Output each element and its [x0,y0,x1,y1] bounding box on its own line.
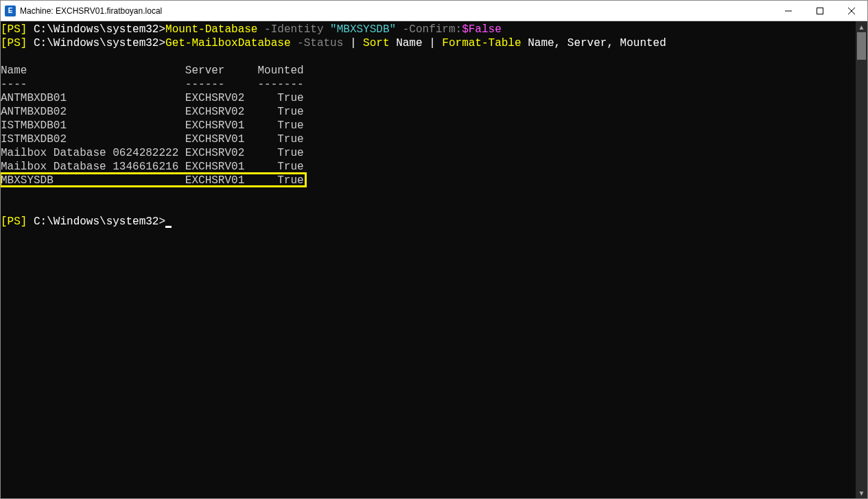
prompt-path: C:\Windows\system32> [34,37,165,49]
table-row: ISTMBXDB02 EXCHSRV01 True [1,132,856,146]
app-window: E Machine: EXCHSRV01.firatboyan.local [P… [0,0,868,499]
table-row: MBXSYSDB EXCHSRV01 True [1,174,856,187]
cmd-variable: $False [462,23,502,36]
terminal-line: [PS] C:\Windows\system32> [1,215,856,229]
cmd-param: -Status [297,37,343,49]
table-cell-text: Mailbox Database 1346616216 EXCHSRV01 Tr… [1,161,304,173]
cmd-arg: Name, Server, Mounted [528,37,666,49]
prompt-path: C:\Windows\system32> [34,216,165,228]
pipe: | [423,37,443,49]
table-row: ANTMBXDB02 EXCHSRV02 True [1,105,856,119]
window-title: Machine: EXCHSRV01.firatboyan.local [20,6,773,16]
scrollbar[interactable]: ▲ ▼ [856,21,867,498]
terminal-line [1,50,856,64]
table-cell-text: Mailbox Database 0624282222 EXCHSRV02 Tr… [1,147,304,159]
terminal-area: [PS] C:\Windows\system32>Mount-Database … [1,21,867,498]
cmd-name: Format-Table [442,37,528,49]
maximize-button[interactable] [804,1,836,21]
cmd-arg: Name [396,37,422,49]
table-cell-text: ANTMBXDB02 EXCHSRV02 True [1,106,304,118]
pipe: | [343,37,363,49]
scroll-down-arrow-icon[interactable]: ▼ [856,487,867,498]
table-cell-text: ANTMBXDB01 EXCHSRV02 True [1,92,304,104]
table-row: Mailbox Database 0624282222 EXCHSRV02 Tr… [1,146,856,160]
cmd-name: Mount-Database [165,23,264,36]
cmd-param: -Identity [264,23,330,36]
terminal-line: Name Server Mounted [1,64,856,78]
table-cell-text: ISTMBXDB02 EXCHSRV01 True [1,133,304,146]
table-cell-text: ISTMBXDB01 EXCHSRV01 True [1,119,304,132]
svg-rect-1 [817,8,823,14]
prompt-ps: [PS] [1,216,34,228]
terminal-line: ---- ------ ------- [1,78,856,91]
close-button[interactable] [836,1,867,21]
table-header: Name Server Mounted [1,65,304,77]
maximize-icon [817,8,823,14]
window-controls [773,1,867,21]
terminal-line: [PS] C:\Windows\system32>Mount-Database … [1,23,856,36]
table-row: ANTMBXDB01 EXCHSRV02 True [1,91,856,105]
terminal-line [1,187,856,201]
table-row: Mailbox Database 1346616216 EXCHSRV01 Tr… [1,160,856,174]
cmd-string-value: "MBXSYSDB" [330,23,403,36]
scroll-thumb[interactable] [857,32,866,60]
close-icon [848,8,855,14]
app-icon: E [5,5,16,16]
terminal-line [1,201,856,215]
table-cell-text: MBXSYSDB EXCHSRV01 True [1,174,304,187]
prompt-ps: [PS] [1,37,34,49]
terminal-line: [PS] C:\Windows\system32>Get-MailboxData… [1,36,856,50]
minimize-button[interactable] [773,1,804,21]
table-row: ISTMBXDB01 EXCHSRV01 True [1,119,856,132]
table-divider: ---- ------ ------- [1,78,304,91]
titlebar[interactable]: E Machine: EXCHSRV01.firatboyan.local [1,1,867,21]
minimize-icon [785,8,792,14]
cmd-name: Sort [363,37,396,49]
cmd-name: Get-MailboxDatabase [165,37,297,49]
terminal-output[interactable]: [PS] C:\Windows\system32>Mount-Database … [1,21,856,498]
scroll-up-arrow-icon[interactable]: ▲ [856,21,867,32]
prompt-ps: [PS] [1,23,34,36]
prompt-path: C:\Windows\system32> [34,23,165,36]
cmd-param: -Confirm: [403,23,462,36]
cursor [165,226,172,228]
